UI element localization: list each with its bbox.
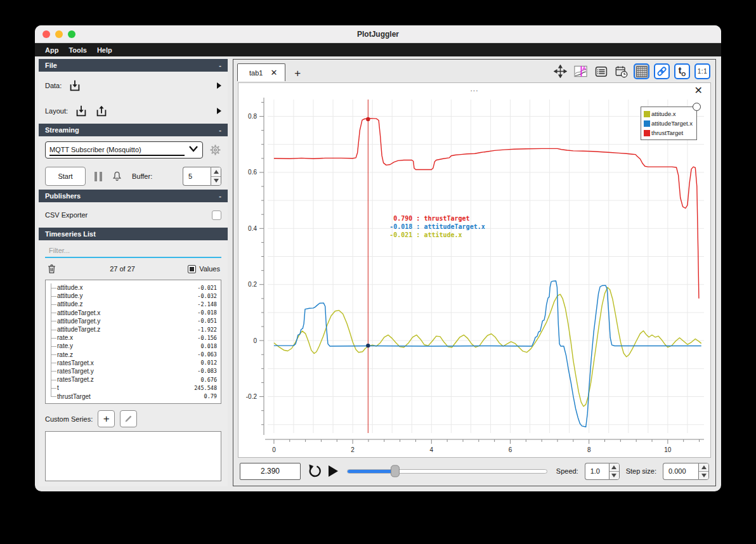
timeseries-row[interactable]: rate.z-0.063 [48, 351, 217, 359]
timeseries-row[interactable]: attitudeTarget.y-0.051 [48, 317, 217, 325]
speed-decrease-button[interactable] [609, 472, 619, 479]
tab-tab1[interactable]: tab1 ✕ [237, 63, 285, 81]
buffer-value[interactable]: 5 [183, 167, 211, 186]
playback-bar: 2.390 Speed: 1.0 [233, 459, 715, 486]
buffer-decrease-button[interactable] [211, 177, 221, 186]
timeseries-section-header[interactable]: Timeseries List [39, 228, 228, 240]
timeseries-row[interactable]: attitude.y-0.032 [48, 292, 217, 300]
title-bar[interactable]: PlotJuggler [35, 25, 721, 43]
menu-help[interactable]: Help [92, 46, 117, 54]
csv-exporter-label: CSV Exporter [45, 211, 88, 219]
buffer-increase-button[interactable] [211, 167, 221, 177]
step-increase-button[interactable] [699, 463, 708, 472]
timeseries-row[interactable]: ratesTarget.z0.676 [48, 375, 217, 384]
delete-timeseries-trash-icon[interactable] [46, 263, 57, 275]
custom-series-list[interactable] [45, 431, 221, 481]
app-window: PlotJuggler App Tools Help File - Data: [35, 25, 721, 491]
timeseries-filter-input[interactable] [45, 244, 221, 258]
timeseries-row[interactable]: ratesTarget.y-0.083 [48, 367, 217, 375]
loop-playback-icon[interactable] [307, 463, 322, 479]
timeseries-row[interactable]: thrustTarget0.79 [48, 392, 217, 400]
time-offset-icon[interactable]: tO [674, 63, 690, 79]
slider-handle[interactable] [391, 465, 400, 477]
data-load-icon[interactable] [68, 79, 82, 93]
streaming-source-select[interactable]: MQTT Subscriber (Mosquitto) [45, 141, 203, 159]
collapse-icon[interactable]: - [219, 126, 221, 134]
streaming-section-header[interactable]: Streaming - [39, 124, 228, 136]
svg-text:0.2: 0.2 [248, 281, 257, 288]
tree-branch-icon [48, 375, 57, 384]
combo-underline [49, 155, 185, 156]
step-size-value[interactable]: 0.000 [663, 463, 698, 480]
legend-entry[interactable]: attitude.x [644, 109, 693, 119]
tree-branch-icon [48, 342, 57, 350]
plot-canvas[interactable]: -0.200.20.40.60.80246810 [238, 83, 710, 457]
notifications-bell-icon[interactable] [111, 171, 123, 183]
svg-text:6: 6 [509, 446, 512, 453]
move-pan-icon[interactable] [552, 63, 568, 79]
custom-series-label: Custom Series: [45, 415, 93, 423]
link-axes-icon[interactable] [654, 63, 670, 79]
svg-text:0.8: 0.8 [248, 113, 257, 120]
layout-load-icon[interactable] [74, 104, 88, 118]
start-streaming-button[interactable]: Start [45, 167, 86, 186]
plot-drag-handle[interactable]: ... [238, 84, 710, 93]
tree-branch-icon [48, 334, 57, 342]
legend-swatch [644, 120, 650, 127]
legend-grip-handle[interactable] [693, 103, 701, 111]
plot-close-icon[interactable]: ✕ [694, 86, 703, 96]
values-label: Values [199, 265, 220, 273]
ratio-1-1-icon[interactable]: 1:1 [694, 63, 710, 79]
data-menu-arrow-icon[interactable] [217, 82, 221, 89]
play-button[interactable] [329, 465, 338, 477]
timeseries-row[interactable]: attitudeTarget.z-1.922 [48, 325, 217, 334]
speed-value[interactable]: 1.0 [585, 463, 609, 480]
layout-save-icon[interactable] [94, 104, 108, 118]
speed-increase-button[interactable] [609, 463, 619, 472]
timeseries-row[interactable]: rate.y0.018 [48, 342, 217, 350]
collapse-icon[interactable]: - [219, 62, 221, 69]
publishers-section-header[interactable]: Publishers - [39, 190, 228, 202]
speed-spinbox[interactable]: 1.0 [585, 463, 620, 480]
add-tab-button[interactable]: + [294, 67, 301, 80]
timeline-slider[interactable] [347, 469, 547, 474]
buffer-spinbox[interactable]: 5 [183, 167, 221, 186]
collapse-icon[interactable]: - [219, 192, 221, 200]
svg-text:0: 0 [272, 446, 276, 453]
legend-entry[interactable]: thrustTarget [644, 128, 693, 138]
menu-app[interactable]: App [40, 46, 63, 54]
layout-menu-arrow-icon[interactable] [217, 108, 221, 114]
values-checkbox[interactable] [188, 265, 196, 273]
legend-swatch [644, 130, 650, 136]
pause-streaming-icon[interactable] [94, 172, 102, 181]
tab-close-icon[interactable]: ✕ [270, 68, 277, 77]
svg-text:10: 10 [664, 446, 672, 453]
menu-tools[interactable]: Tools [63, 46, 92, 54]
timeseries-list[interactable]: attitude.x-0.021attitude.y-0.032attitude… [45, 280, 221, 404]
step-decrease-button[interactable] [699, 472, 708, 479]
slider-fill [348, 470, 395, 473]
timeseries-section-title: Timeseries List [45, 230, 96, 238]
list-view-icon[interactable] [593, 63, 609, 79]
timeseries-row[interactable]: attitude.z-2.148 [48, 300, 217, 308]
timeseries-row[interactable]: attitudeTarget.x-0.018 [48, 309, 217, 317]
timeseries-row[interactable]: t245.548 [48, 384, 217, 392]
edit-custom-series-button[interactable] [120, 410, 137, 427]
streaming-settings-gear-icon[interactable] [209, 144, 221, 156]
timeseries-row[interactable]: ratesTarget.x0.012 [48, 359, 217, 367]
svg-text:2: 2 [351, 446, 355, 453]
add-custom-series-button[interactable]: + [98, 410, 115, 427]
curve-tracker-icon[interactable]: A [573, 63, 589, 79]
csv-exporter-checkbox[interactable] [212, 210, 221, 220]
timeseries-row[interactable]: rate.x-0.156 [48, 334, 217, 342]
grid-layout-icon[interactable] [634, 63, 649, 79]
step-size-spinbox[interactable]: 0.000 [663, 463, 709, 480]
current-time-display[interactable]: 2.390 [240, 463, 301, 480]
date-time-icon[interactable] [613, 63, 629, 79]
timeseries-row[interactable]: attitude.x-0.021 [48, 283, 217, 292]
svg-text:4: 4 [430, 446, 434, 453]
plot-legend[interactable]: attitude.xattitudeTarget.xthrustTarget [641, 107, 697, 140]
legend-entry[interactable]: attitudeTarget.x [644, 119, 693, 128]
plot-widget[interactable]: -0.200.20.40.60.80246810 ... ✕ attitude.… [238, 82, 711, 458]
file-section-header[interactable]: File - [39, 59, 228, 72]
